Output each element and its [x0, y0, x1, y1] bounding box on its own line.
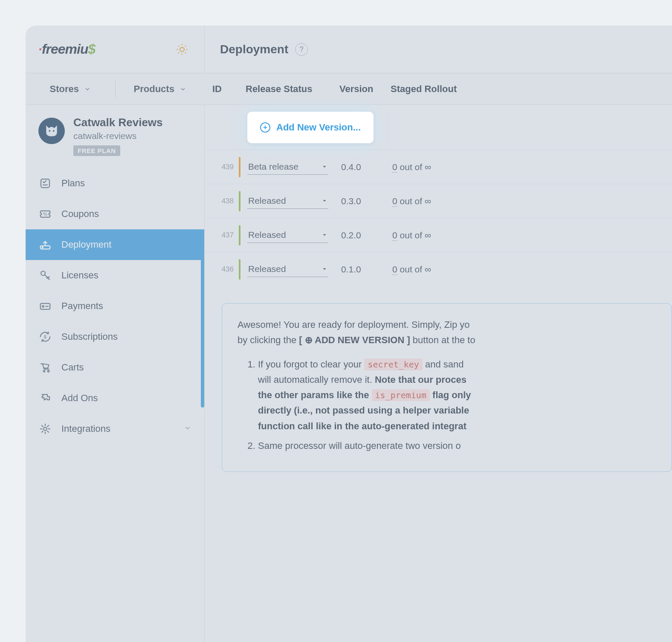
svg-line-3	[178, 46, 179, 46]
sidebar-item-deployment[interactable]: Deployment	[26, 229, 204, 260]
cell-id: 438	[212, 197, 239, 205]
deployment-info-box: Awesome! You are ready for deployment. S…	[222, 303, 672, 472]
chevron-down-icon	[84, 86, 91, 93]
code-is-premium: is_premium	[372, 389, 430, 401]
column-header-version: Version	[339, 84, 391, 95]
cell-rollout: 0 out of ∞	[392, 196, 478, 206]
inline-add-reference: [ ⊕ ADD NEW VERSION ]	[299, 335, 410, 345]
status-stripe	[239, 191, 240, 211]
cell-rollout: 0 out of ∞	[392, 264, 478, 275]
svg-point-9	[49, 130, 50, 132]
svg-point-10	[53, 130, 55, 132]
cell-version: 0.3.0	[341, 196, 392, 206]
svg-line-8	[185, 46, 186, 46]
release-status-select[interactable]: Released	[247, 193, 328, 209]
cell-rollout: 0 out of ∞	[392, 230, 478, 240]
subscriptions-icon: $	[38, 330, 52, 344]
product-avatar	[38, 118, 65, 144]
sidebar-item-payments[interactable]: Payments	[26, 291, 204, 321]
sidebar-item-label: Deployment	[61, 239, 191, 250]
help-icon: ?	[300, 45, 304, 54]
svg-marker-25	[323, 200, 326, 202]
table-row: 437Released0.2.00 out of ∞	[205, 218, 672, 252]
table-row: 436Released0.1.00 out of ∞	[205, 252, 672, 286]
svg-text:$: $	[44, 334, 47, 339]
integrations-icon	[38, 422, 52, 436]
sidebar-item-label: Payments	[61, 301, 191, 312]
plans-icon	[38, 176, 52, 190]
caret-down-icon	[322, 232, 327, 238]
svg-point-23	[43, 427, 47, 431]
sidebar-item-integrations[interactable]: Integrations	[26, 414, 204, 444]
theme-toggle[interactable]	[173, 40, 191, 59]
svg-point-0	[180, 47, 184, 52]
svg-line-7	[178, 52, 179, 53]
column-header-id: ID	[212, 84, 246, 95]
release-status-select[interactable]: Beta release	[247, 159, 328, 175]
status-stripe	[239, 225, 240, 246]
product-slug: catwalk-reviews	[73, 131, 191, 141]
sidebar-item-coupons[interactable]: %Coupons	[26, 199, 204, 229]
code-secret-key: secret_key	[364, 359, 422, 370]
scrollbar[interactable]	[201, 241, 204, 408]
sidebar-item-label: Integrations	[61, 423, 174, 434]
sidebar: Catwalk Reviews catwalk-reviews FREE PLA…	[26, 105, 205, 642]
status-value: Released	[248, 264, 286, 274]
svg-marker-24	[323, 166, 326, 168]
addons-icon	[38, 391, 52, 405]
svg-line-4	[185, 52, 186, 53]
page-title: Deployment	[220, 43, 288, 56]
chevron-down-icon	[180, 86, 186, 93]
svg-point-21	[43, 370, 45, 372]
add-button-label: Add New Version...	[276, 122, 361, 133]
sidebar-item-addons[interactable]: Add Ons	[26, 383, 204, 414]
brand-logo[interactable]: ·freemiu$	[38, 41, 173, 57]
product-card[interactable]: Catwalk Reviews catwalk-reviews FREE PLA…	[26, 105, 204, 168]
sidebar-item-label: Add Ons	[61, 393, 191, 404]
caret-down-icon	[322, 164, 327, 170]
sidebar-item-plans[interactable]: Plans	[26, 168, 204, 199]
svg-text:%: %	[43, 211, 47, 217]
release-status-select[interactable]: Released	[247, 261, 328, 277]
deployment-icon	[38, 238, 52, 252]
cell-version: 0.4.0	[341, 162, 392, 172]
stores-label: Stores	[50, 84, 79, 95]
sidebar-item-subscriptions[interactable]: $Subscriptions	[26, 321, 204, 352]
top-bar: ·freemiu$ Deployment ?	[26, 26, 672, 73]
plan-badge: FREE PLAN	[73, 145, 120, 156]
add-new-version-button[interactable]: + Add New Version...	[247, 112, 374, 143]
sidebar-item-carts[interactable]: Carts	[26, 352, 204, 383]
sidebar-item-licenses[interactable]: Licenses	[26, 260, 204, 291]
carts-icon	[38, 361, 52, 374]
cell-version: 0.1.0	[341, 264, 392, 275]
products-dropdown[interactable]: Products	[116, 73, 205, 104]
svg-point-18	[42, 306, 44, 307]
cat-icon	[43, 123, 60, 139]
table-row: 438Released0.3.00 out of ∞	[205, 184, 672, 218]
svg-point-22	[48, 370, 49, 372]
nav-bar: Stores Products ID Release Status Versio…	[26, 73, 672, 105]
help-button[interactable]: ?	[295, 43, 308, 56]
svg-point-15	[42, 247, 43, 248]
release-status-select[interactable]: Released	[247, 227, 328, 243]
stores-dropdown[interactable]: Stores	[26, 73, 115, 104]
table-row: 439Beta release0.4.00 out of ∞	[205, 150, 672, 184]
cell-version: 0.2.0	[341, 230, 392, 240]
caret-down-icon	[322, 198, 327, 204]
sidebar-menu: Plans%CouponsDeploymentLicensesPayments$…	[26, 168, 204, 444]
svg-marker-26	[323, 234, 326, 236]
status-value: Released	[248, 230, 286, 240]
cell-id: 437	[212, 231, 239, 240]
info-list-item: If you forgot to clear your secret_key a…	[258, 357, 672, 434]
plus-circle-icon: +	[260, 122, 270, 133]
sidebar-item-label: Coupons	[61, 208, 191, 220]
column-header-rollout: Staged Rollout	[391, 84, 476, 95]
cell-id: 439	[212, 163, 239, 171]
cell-id: 436	[212, 265, 239, 274]
cell-rollout: 0 out of ∞	[392, 162, 478, 172]
coupons-icon: %	[38, 207, 52, 221]
sidebar-item-label: Plans	[61, 178, 191, 189]
status-stripe	[239, 259, 240, 280]
sun-icon	[176, 43, 188, 56]
product-name: Catwalk Reviews	[73, 116, 191, 129]
